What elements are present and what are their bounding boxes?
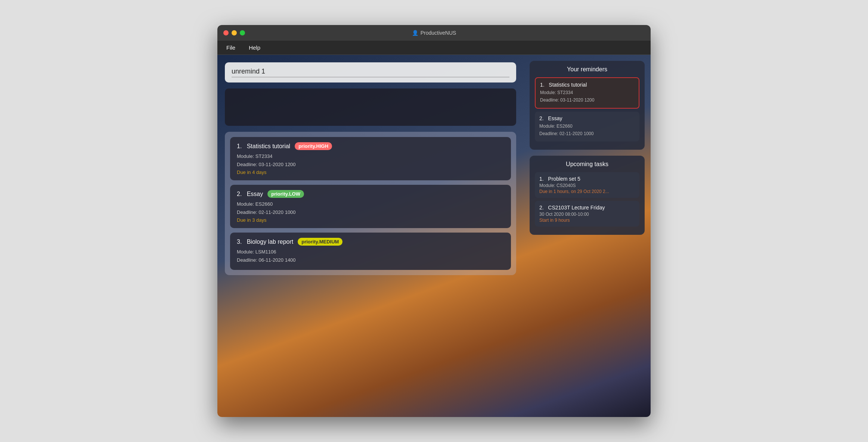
reminder-title-2: 2. Essay bbox=[539, 115, 635, 121]
tasks-container: 1. Statistics tutorial priority.HIGH Mod… bbox=[225, 132, 516, 275]
task-number-3: 3. Biology lab report bbox=[237, 239, 293, 245]
upcoming-item-module-1: Module: CS2040S bbox=[539, 183, 635, 188]
reminder-item-2: 2. Essay Module: ES2660 Deadline: 02-11-… bbox=[535, 112, 639, 141]
upcoming-title: Upcoming tasks bbox=[535, 161, 639, 168]
upcoming-section: Upcoming tasks 1. Problem set 5 Module: … bbox=[530, 156, 645, 235]
reminder-title-1: 1. Statistics tutorial bbox=[540, 82, 634, 88]
upcoming-item-due-1: Due in 1 hours, on 29 Oct 2020 2... bbox=[539, 189, 635, 194]
task-header-1: 1. Statistics tutorial priority.HIGH bbox=[237, 142, 504, 150]
reminders-title: Your reminders bbox=[535, 66, 639, 73]
close-button[interactable] bbox=[223, 30, 229, 35]
output-box bbox=[225, 88, 516, 126]
left-panel: 1. Statistics tutorial priority.HIGH Mod… bbox=[217, 55, 524, 417]
main-content: 1. Statistics tutorial priority.HIGH Mod… bbox=[217, 55, 651, 417]
priority-badge-1: priority.HIGH bbox=[295, 142, 332, 150]
task-number-2: 2. Essay bbox=[237, 191, 263, 197]
title-icon: 👤 bbox=[412, 30, 418, 36]
task-meta-2: Module: ES2660 Deadline: 02-11-2020 1000 bbox=[237, 200, 504, 217]
task-header-2: 2. Essay priority.LOW bbox=[237, 190, 504, 198]
task-meta-3: Module: LSM1106 Deadline: 06-11-2020 140… bbox=[237, 248, 504, 264]
task-due-2: Due in 3 days bbox=[237, 217, 504, 223]
upcoming-item-title-1: 1. Problem set 5 bbox=[539, 176, 635, 182]
priority-badge-3: priority.MEDIUM bbox=[298, 238, 342, 246]
minimize-button[interactable] bbox=[232, 30, 237, 35]
maximize-button[interactable] bbox=[240, 30, 245, 35]
command-input[interactable] bbox=[232, 68, 509, 77]
task-meta-1: Module: ST2334 Deadline: 03-11-2020 1200 bbox=[237, 152, 504, 169]
window-title: 👤 ProductiveNUS bbox=[412, 30, 456, 36]
reminder-meta-2: Module: ES2660 Deadline: 02-11-2020 1000 bbox=[539, 122, 635, 138]
reminder-meta-1: Module: ST2334 Deadline: 03-11-2020 1200 bbox=[540, 89, 634, 104]
reminders-section: Your reminders 1. Statistics tutorial Mo… bbox=[530, 61, 645, 150]
upcoming-item-due-2: Start in 9 hours bbox=[539, 218, 635, 223]
menu-bar: File Help bbox=[217, 41, 651, 55]
traffic-lights bbox=[223, 30, 245, 35]
task-due-1: Due in 4 days bbox=[237, 169, 504, 175]
upcoming-item-date-2: 30 Oct 2020 08:00-10:00 bbox=[539, 212, 635, 217]
menu-file[interactable]: File bbox=[223, 43, 238, 52]
task-header-3: 3. Biology lab report priority.MEDIUM bbox=[237, 238, 504, 246]
task-card-1: 1. Statistics tutorial priority.HIGH Mod… bbox=[230, 137, 511, 180]
title-bar: 👤 ProductiveNUS bbox=[217, 25, 651, 41]
command-input-container bbox=[225, 62, 516, 83]
menu-help[interactable]: Help bbox=[246, 43, 263, 52]
upcoming-item-1: 1. Problem set 5 Module: CS2040S Due in … bbox=[535, 172, 639, 198]
task-card-2: 2. Essay priority.LOW Module: ES2660 Dea… bbox=[230, 185, 511, 228]
right-panel: Your reminders 1. Statistics tutorial Mo… bbox=[524, 55, 651, 417]
task-card-3: 3. Biology lab report priority.MEDIUM Mo… bbox=[230, 233, 511, 270]
upcoming-item-title-2: 2. CS2103T Lecture Friday bbox=[539, 205, 635, 211]
priority-badge-2: priority.LOW bbox=[267, 190, 304, 198]
app-window: 👤 ProductiveNUS File Help 1. Statistics bbox=[217, 25, 651, 417]
upcoming-item-2: 2. CS2103T Lecture Friday 30 Oct 2020 08… bbox=[535, 201, 639, 227]
task-number-1: 1. Statistics tutorial bbox=[237, 143, 290, 150]
reminder-item-1: 1. Statistics tutorial Module: ST2334 De… bbox=[535, 77, 639, 109]
